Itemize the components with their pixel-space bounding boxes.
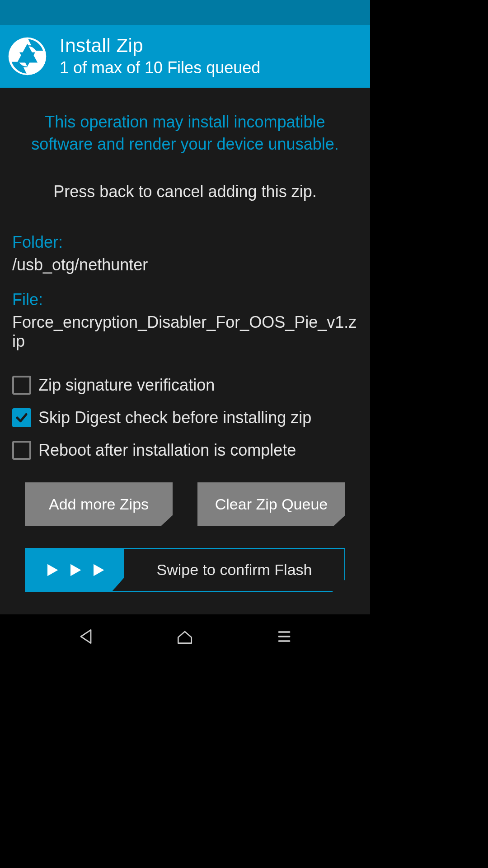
reboot-after-option[interactable]: Reboot after installation is complete <box>12 441 358 460</box>
folder-label: Folder: <box>12 233 358 252</box>
option-label: Skip Digest check before installing zip <box>38 408 311 427</box>
warning-line-2: software and render your device unusable… <box>31 135 338 153</box>
warning-text: This operation may install incompatible … <box>12 111 358 155</box>
checkbox-checked-icon <box>12 408 31 427</box>
play-icon <box>89 559 107 581</box>
back-button[interactable] <box>59 623 113 650</box>
clear-zip-queue-button[interactable]: Clear Zip Queue <box>197 482 345 526</box>
swipe-label: Swipe to confirm Flash <box>124 561 344 579</box>
nav-bar <box>0 614 370 658</box>
checkbox-icon <box>12 441 31 460</box>
page-title: Install Zip <box>60 35 260 56</box>
home-button[interactable] <box>158 623 212 650</box>
queue-status: 1 of max of 10 Files queued <box>60 58 260 77</box>
back-icon <box>76 627 96 646</box>
skip-digest-option[interactable]: Skip Digest check before installing zip <box>12 408 358 427</box>
swipe-to-confirm[interactable]: Swipe to confirm Flash <box>25 548 345 592</box>
play-icon <box>66 559 84 581</box>
play-icon <box>43 559 61 581</box>
home-icon <box>175 627 195 646</box>
file-value: Force_encryption_Disabler_For_OOS_Pie_v1… <box>12 313 358 351</box>
warning-line-1: This operation may install incompatible <box>45 113 325 131</box>
file-field: File: Force_encryption_Disabler_For_OOS_… <box>12 290 358 351</box>
status-bar <box>0 0 370 25</box>
instruction-text: Press back to cancel adding this zip. <box>12 182 358 201</box>
file-label: File: <box>12 290 358 309</box>
option-label: Zip signature verification <box>38 376 215 395</box>
twrp-logo-icon <box>8 37 47 76</box>
header: Install Zip 1 of max of 10 Files queued <box>0 25 370 88</box>
recents-button[interactable] <box>257 623 311 650</box>
folder-value: /usb_otg/nethunter <box>12 255 358 274</box>
checkbox-icon <box>12 376 31 395</box>
zip-signature-option[interactable]: Zip signature verification <box>12 376 358 395</box>
menu-icon <box>275 627 293 646</box>
folder-field: Folder: /usb_otg/nethunter <box>12 233 358 274</box>
option-label: Reboot after installation is complete <box>38 441 296 460</box>
add-more-zips-button[interactable]: Add more Zips <box>25 482 173 526</box>
swipe-handle[interactable] <box>26 549 124 591</box>
